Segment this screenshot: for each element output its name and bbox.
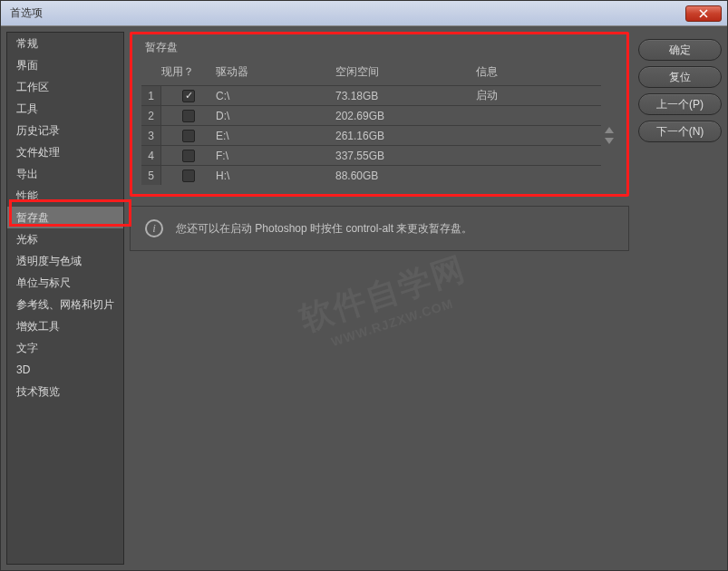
prev-button[interactable]: 上一个(P)	[638, 93, 722, 115]
info-icon: i	[145, 219, 163, 237]
preferences-window: 首选项 常规界面工作区工具历史记录文件处理导出性能暂存盘光标透明度与色域单位与标…	[0, 0, 728, 571]
row-drive: E:\	[216, 130, 335, 142]
group-legend: 暂存盘	[141, 41, 181, 53]
table-row[interactable]: 2D:\202.69GB	[141, 105, 601, 125]
row-drive: F:\	[216, 150, 335, 162]
row-number: 4	[141, 146, 161, 165]
hint-box: i 您还可以在启动 Photoshop 时按住 control-alt 来更改暂…	[130, 206, 629, 251]
scratch-disk-group: 暂存盘 现用？ 驱动器 空闲空间 信息 1C:\73.18GB启动2D:\202…	[130, 32, 629, 197]
row-space: 261.16GB	[335, 130, 476, 142]
row-space: 202.69GB	[335, 110, 476, 122]
ok-button[interactable]: 确定	[638, 39, 722, 61]
col-header-active: 现用？	[161, 64, 216, 80]
col-header-space: 空闲空间	[335, 64, 476, 80]
move-down-button[interactable]	[605, 138, 614, 144]
row-info: 启动	[476, 88, 601, 103]
window-title: 首选项	[6, 5, 43, 21]
sidebar-item[interactable]: 文件处理	[7, 141, 123, 163]
col-header-drive: 驱动器	[216, 64, 335, 80]
row-check-cell	[161, 110, 216, 122]
row-drive: C:\	[216, 90, 335, 102]
row-check-cell	[161, 130, 216, 142]
sidebar-item[interactable]: 暂存盘	[7, 207, 123, 228]
sidebar-item[interactable]: 导出	[7, 163, 123, 185]
hint-text: 您还可以在启动 Photoshop 时按住 control-alt 来更改暂存盘…	[176, 221, 472, 237]
table-body: 1C:\73.18GB启动2D:\202.69GB3E:\261.16GB4F:…	[141, 85, 601, 185]
sidebar-item[interactable]: 工具	[7, 98, 123, 120]
table-row[interactable]: 5H:\88.60GB	[141, 165, 601, 185]
action-buttons: 确定 复位 上一个(P) 下一个(N)	[638, 32, 722, 565]
row-space: 337.55GB	[335, 150, 476, 162]
row-number: 2	[141, 106, 161, 125]
sidebar-item[interactable]: 增效工具	[7, 315, 123, 337]
close-icon	[699, 9, 708, 18]
active-checkbox[interactable]	[182, 150, 195, 162]
sidebar-item[interactable]: 透明度与色域	[7, 250, 123, 272]
sidebar-item[interactable]: 技术预览	[7, 381, 123, 402]
active-checkbox[interactable]	[182, 110, 195, 122]
panel-area: 暂存盘 现用？ 驱动器 空闲空间 信息 1C:\73.18GB启动2D:\202…	[130, 32, 629, 565]
row-space: 88.60GB	[335, 169, 476, 182]
row-check-cell	[161, 90, 216, 102]
sidebar-item[interactable]: 工作区	[7, 76, 123, 98]
move-up-button[interactable]	[605, 127, 614, 133]
next-button[interactable]: 下一个(N)	[638, 121, 722, 142]
row-number: 1	[141, 86, 161, 105]
col-header-info: 信息	[476, 64, 617, 80]
titlebar: 首选项	[1, 1, 727, 26]
category-sidebar: 常规界面工作区工具历史记录文件处理导出性能暂存盘光标透明度与色域单位与标尺参考线…	[6, 32, 124, 565]
table-row[interactable]: 1C:\73.18GB启动	[141, 85, 601, 105]
reset-button[interactable]: 复位	[638, 66, 722, 88]
close-button[interactable]	[685, 5, 722, 22]
reorder-arrows	[601, 85, 617, 185]
sidebar-item[interactable]: 3D	[7, 359, 123, 381]
sidebar-item[interactable]: 界面	[7, 54, 123, 76]
sidebar-item[interactable]: 历史记录	[7, 120, 123, 141]
main-area: 暂存盘 现用？ 驱动器 空闲空间 信息 1C:\73.18GB启动2D:\202…	[130, 32, 722, 565]
content-area: 常规界面工作区工具历史记录文件处理导出性能暂存盘光标透明度与色域单位与标尺参考线…	[1, 26, 727, 570]
sidebar-item[interactable]: 参考线、网格和切片	[7, 294, 123, 315]
sidebar-item[interactable]: 光标	[7, 228, 123, 250]
row-drive: D:\	[216, 110, 335, 122]
table-header: 现用？ 驱动器 空闲空间 信息	[141, 57, 617, 85]
row-number: 3	[141, 126, 161, 145]
active-checkbox[interactable]	[182, 90, 195, 102]
row-check-cell	[161, 150, 216, 162]
active-checkbox[interactable]	[182, 130, 195, 142]
sidebar-item[interactable]: 性能	[7, 185, 123, 207]
row-number: 5	[141, 166, 161, 185]
sidebar-item[interactable]: 常规	[7, 33, 123, 54]
active-checkbox[interactable]	[182, 169, 195, 182]
drive-table: 现用？ 驱动器 空闲空间 信息 1C:\73.18GB启动2D:\202.69G…	[141, 57, 617, 185]
row-check-cell	[161, 169, 216, 182]
row-space: 73.18GB	[335, 90, 476, 102]
sidebar-item[interactable]: 文字	[7, 337, 123, 359]
row-drive: H:\	[216, 169, 335, 182]
table-row[interactable]: 4F:\337.55GB	[141, 145, 601, 165]
table-row[interactable]: 3E:\261.16GB	[141, 125, 601, 145]
sidebar-item[interactable]: 单位与标尺	[7, 272, 123, 294]
